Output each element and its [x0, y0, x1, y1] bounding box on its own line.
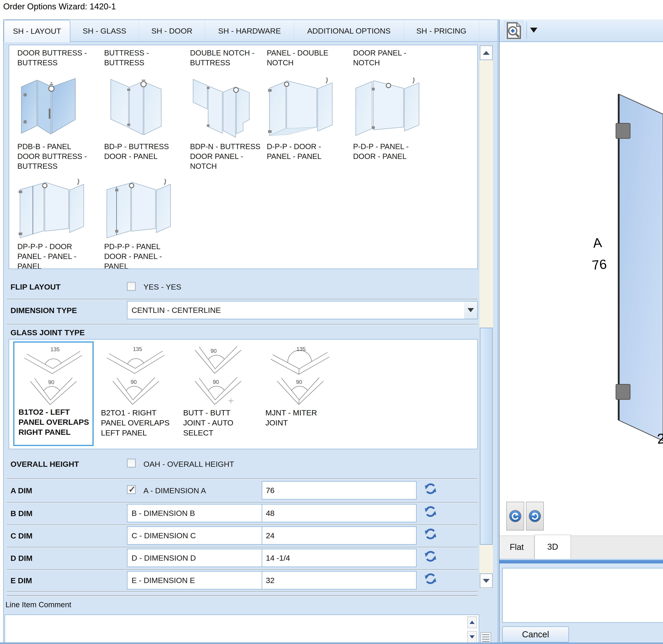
chevron-down-icon[interactable] [464, 301, 477, 319]
joint-option-butt[interactable]: 90 90 BUTT - BUTT JOINT - AUTO SELECT [179, 342, 259, 447]
flip-layout-checkbox[interactable] [127, 282, 136, 291]
joint-diagram-135-miter-icon: 135 [270, 346, 330, 375]
joint-diagram-90-icon: 90 [106, 376, 165, 405]
c-dim-option-value: C - DIMENSION C [132, 527, 196, 544]
comment-scroll-up-button[interactable] [467, 616, 477, 628]
a-dim-checkbox[interactable]: ✓ [127, 485, 136, 494]
toolbar-separator [526, 22, 527, 39]
scroll-up-button[interactable] [480, 45, 493, 60]
a-dim-option-label: A - DIMENSION A [143, 486, 206, 495]
layout-item-caption[interactable]: DP-P-P - DOOR PANEL - PANEL - PANEL [17, 242, 95, 269]
svg-text:135: 135 [296, 346, 305, 352]
hinge-icon [616, 123, 630, 138]
layout-tab-content: DOOR BUTTRESS - BUTTRESS BUTTRESS - BUTT… [4, 42, 498, 643]
dimension-letter: A [584, 231, 611, 255]
overall-height-option-label: OAH - OVERALL HEIGHT [143, 460, 234, 468]
joint-option-b2to1[interactable]: 135 90 B2TO1 - RIGHT PANEL OVERLAPS LEFT… [97, 342, 177, 447]
scrollbar-thumb[interactable] [480, 328, 493, 545]
rotate-left-button[interactable] [506, 502, 524, 530]
comment-scroll-down-button[interactable] [467, 631, 477, 643]
tab-additional-options[interactable]: ADDITIONAL OPTIONS [294, 20, 404, 42]
preview-comment-box[interactable] [502, 568, 663, 623]
tab-sh-layout[interactable]: SH - LAYOUT [4, 20, 70, 42]
c-dim-label: C DIM [10, 531, 32, 540]
triangle-up-icon [483, 51, 490, 55]
joint-option-mjnt[interactable]: 135 90 MJNT - MITER JOINT [261, 342, 342, 447]
d-dim-refresh-icon[interactable] [423, 549, 438, 564]
layout-item-caption[interactable]: BDP-N - BUTTRESS DOOR PANEL - NOTCH [190, 142, 268, 171]
e-dim-input[interactable] [262, 571, 416, 590]
divider [7, 502, 478, 503]
zoom-preview-button[interactable] [504, 21, 524, 41]
comment-scrollbar[interactable] [467, 616, 477, 644]
svg-text:90: 90 [131, 379, 137, 385]
divider [7, 547, 478, 548]
layout-icon-d-p-p[interactable] [267, 75, 338, 140]
layout-item-caption[interactable]: BUTTRESS - BUTTRESS [104, 48, 182, 68]
line-item-comment-label: Line Item Comment [5, 600, 71, 609]
tab-strip: SH - LAYOUT SH - GLASS SH - DOOR SH - HA… [4, 20, 498, 42]
glass-joint-type-box: 135 90 B1TO2 - LEFT PANEL OVERLAPS RIGHT… [9, 339, 478, 449]
overall-height-checkbox[interactable] [127, 459, 136, 467]
layout-item-caption[interactable]: PD-P-P - PANEL DOOR - PANEL - PANEL [104, 242, 182, 269]
c-dim-refresh-icon[interactable] [423, 526, 438, 542]
flip-layout-option-label: YES - YES [143, 282, 181, 292]
joint-diagram-90-icon: 90 [24, 376, 83, 405]
preview-canvas[interactable]: A 76 2 [500, 42, 663, 535]
tab-sh-pricing[interactable]: SH - PRICING [404, 20, 479, 42]
dimension-type-dropdown[interactable]: CENTLIN - CENTERLINE [127, 301, 478, 319]
rotate-right-icon [528, 509, 542, 523]
layout-icon-p-d-p[interactable] [353, 75, 424, 140]
joint-option-b1to2[interactable]: 135 90 B1TO2 - LEFT PANEL OVERLAPS RIGHT… [13, 341, 94, 446]
layout-item-caption[interactable]: PANEL - DOUBLE NOTCH [267, 48, 344, 68]
divider [7, 324, 478, 325]
layout-icon-pd-p-p[interactable] [104, 177, 175, 242]
cancel-button[interactable]: Cancel [502, 626, 569, 642]
b-dim-input[interactable] [262, 504, 416, 522]
scroll-down-button[interactable] [480, 573, 493, 588]
window-bottom-edge [0, 642, 663, 644]
tab-sh-door[interactable]: SH - DOOR [139, 20, 205, 42]
layout-icon-bdp-n[interactable] [190, 75, 261, 140]
layout-item-caption[interactable]: DOOR BUTTRESS - BUTTRESS [17, 48, 95, 68]
zoom-options-dropdown-icon[interactable] [530, 28, 538, 33]
d-dim-label: D DIM [10, 554, 32, 563]
tab-sh-hardware[interactable]: SH - HARDWARE [205, 20, 294, 42]
divider [7, 299, 478, 300]
b-dim-refresh-icon[interactable] [423, 504, 438, 519]
svg-text:135: 135 [50, 346, 60, 352]
content-scrollbar[interactable] [479, 45, 493, 589]
title-bar: Order Options Wizard: 1420-1 [0, 0, 663, 19]
a-dim-label: A DIM [10, 486, 32, 495]
layout-item-caption[interactable]: DOUBLE NOTCH - BUTTRESS [190, 48, 268, 68]
section-divider [7, 595, 478, 596]
tab-sh-glass[interactable]: SH - GLASS [70, 20, 139, 42]
view-tab-flat[interactable]: Flat [500, 536, 534, 559]
rotate-right-button[interactable] [526, 502, 544, 530]
dimension-type-value: CENTLIN - CENTERLINE [132, 301, 221, 319]
svg-text:90: 90 [296, 379, 302, 385]
layout-icon-bd-p[interactable] [104, 75, 175, 140]
d-dim-input[interactable] [262, 549, 416, 567]
partial-dimension-annotation: 2 [657, 430, 663, 447]
e-dim-label: E DIM [10, 576, 32, 585]
layout-item-caption[interactable]: D-P-P - DOOR - PANEL - PANEL [267, 142, 344, 161]
a-dim-refresh-icon[interactable] [423, 481, 438, 496]
line-item-comment-box[interactable] [5, 615, 479, 644]
order-options-panel: SH - LAYOUT SH - GLASS SH - DOOR SH - HA… [3, 19, 498, 643]
layout-item-caption[interactable]: DOOR PANEL - NOTCH [353, 48, 431, 68]
layout-item-caption[interactable]: P-D-P - PANEL - DOOR - PANEL [353, 142, 431, 161]
layout-item-caption[interactable]: BD-P - BUTTRESS DOOR - PANEL [104, 142, 182, 161]
hinge-icon [616, 384, 630, 399]
dimension-value: 76 [586, 253, 613, 277]
c-dim-input[interactable] [262, 526, 416, 545]
flip-layout-label: FLIP LAYOUT [10, 282, 61, 292]
layout-listbox[interactable]: DOOR BUTTRESS - BUTTRESS BUTTRESS - BUTT… [9, 45, 478, 269]
e-dim-option-value: E - DIMENSION E [132, 572, 195, 589]
layout-item-caption[interactable]: PDB-B - PANEL DOOR BUTTRESS - BUTTRESS [17, 142, 95, 171]
view-tab-3d[interactable]: 3D [534, 535, 571, 559]
layout-icon-pdb-b[interactable] [17, 75, 88, 140]
a-dim-input[interactable] [262, 481, 416, 500]
e-dim-refresh-icon[interactable] [423, 571, 438, 586]
layout-icon-dp-p-p[interactable] [17, 177, 88, 242]
